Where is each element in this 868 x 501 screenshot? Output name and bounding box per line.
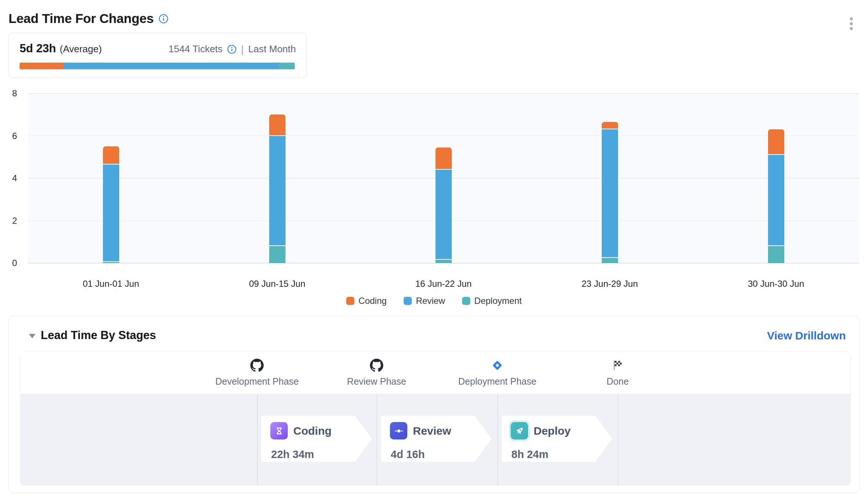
stage-card-title: Deploy [534, 425, 571, 437]
stage-card-value: 4d 16h [391, 448, 425, 461]
x-axis-label: 09 Jun-15 Jun [194, 279, 360, 289]
bar-segment-review[interactable] [602, 129, 618, 257]
average-lead-time-value: 5d 23h [20, 42, 56, 55]
bar-segment-coding[interactable] [435, 147, 452, 169]
lead-time-by-stages-panel: Lead Time By Stages View Drilldown Devel… [9, 316, 859, 493]
phase-deployment: Deployment Phase [449, 358, 545, 387]
stacked-bar-23 Jun-29 Jun[interactable] [602, 93, 618, 263]
stage-card-value: 8h 24m [511, 448, 548, 461]
stacked-bar-30 Jun-30 Jun[interactable] [768, 93, 784, 263]
column-divider [257, 394, 258, 485]
bar-segment-review[interactable] [103, 165, 119, 261]
x-axis-label: 01 Jun-01 Jun [28, 279, 194, 289]
page-title: Lead Time For Changes [9, 11, 154, 26]
stage-card-review[interactable]: Review 4d 16h [381, 416, 491, 462]
phase-label: Deployment Phase [449, 376, 545, 387]
summary-top-row: 5d 23h (Average) 1544 Tickets | Last Mon… [20, 42, 296, 55]
stacked-bar-16 Jun-22 Jun[interactable] [435, 93, 452, 263]
stage-card-value: 22h 34m [271, 448, 314, 461]
column-divider [618, 394, 618, 485]
bar-segment-review[interactable] [435, 170, 452, 259]
phase-label: Done [570, 376, 666, 387]
bar-band [28, 93, 194, 263]
checkered-flag-icon [570, 358, 666, 373]
legend-item-deployment[interactable]: Deployment [462, 296, 522, 306]
bar-band [360, 93, 527, 263]
legend-item-review[interactable]: Review [404, 296, 445, 306]
bar-segment-deployment[interactable] [435, 260, 452, 263]
bar-segment-coding[interactable] [768, 129, 784, 154]
lead-time-for-changes-page: Lead Time For Changes 5d 23h (Average) 1… [0, 0, 868, 501]
stacked-bar-01 Jun-01 Jun[interactable] [103, 93, 119, 263]
bar-segment-deployment[interactable] [269, 246, 286, 263]
column-divider [497, 394, 498, 485]
bar-segment-coding[interactable] [602, 122, 618, 129]
bar-segment-deployment[interactable] [602, 258, 618, 263]
bar-band [527, 93, 693, 263]
commit-icon [390, 422, 407, 439]
lead-time-chart: 01 Jun-01 Jun09 Jun-15 Jun16 Jun-22 Jun2… [0, 89, 868, 313]
stage-card-deploy[interactable]: Deploy 8h 24m [502, 416, 612, 462]
bar-segment-coding[interactable] [269, 115, 286, 135]
summary-distribution-bar [20, 63, 295, 69]
bar-segment-deployment[interactable] [103, 262, 119, 263]
phase-review: Review Phase [328, 358, 425, 387]
legend-swatch [462, 297, 470, 305]
x-axis-label: 16 Jun-22 Jun [360, 279, 527, 289]
phase-label: Review Phase [328, 376, 425, 387]
tickets-count: 1544 Tickets [168, 43, 223, 55]
phases-header-row: Development Phase Review Phase [20, 352, 850, 394]
period-label: Last Month [248, 43, 296, 55]
stages-table: Development Phase Review Phase [20, 352, 851, 485]
header: Lead Time For Changes [9, 11, 168, 26]
title-info-icon[interactable] [158, 14, 168, 24]
bar-segment-deployment[interactable] [768, 246, 784, 263]
bar-segment-coding[interactable] [103, 146, 119, 164]
summary-meta: 1544 Tickets | Last Month [168, 43, 296, 55]
stage-card-title: Review [413, 425, 451, 437]
rocket-icon [511, 422, 528, 439]
legend-swatch [404, 297, 412, 305]
phase-label: Development Phase [209, 376, 305, 387]
summary-bar-segment-review [64, 63, 279, 69]
bar-band [693, 93, 859, 263]
summary-card: 5d 23h (Average) 1544 Tickets | Last Mon… [9, 33, 307, 77]
legend-swatch [346, 297, 354, 305]
y-tick-label: 8 [0, 88, 17, 99]
github-icon [328, 358, 425, 373]
summary-bar-segment-coding [20, 63, 64, 69]
stage-card-title: Coding [293, 425, 331, 437]
legend-label: Review [416, 296, 445, 306]
x-axis: 01 Jun-01 Jun09 Jun-15 Jun16 Jun-22 Jun2… [28, 279, 859, 289]
phase-development: Development Phase [209, 358, 305, 387]
y-tick-label: 2 [0, 216, 17, 226]
legend-label: Coding [358, 296, 387, 306]
legend-label: Deployment [474, 296, 522, 306]
summary-bar-segment-deployment [279, 63, 295, 69]
jira-diamond-icon [449, 358, 545, 373]
hourglass-icon [270, 422, 288, 439]
bar-segment-review[interactable] [768, 155, 784, 245]
y-tick-label: 6 [0, 131, 17, 141]
legend-item-coding[interactable]: Coding [346, 296, 387, 306]
divider: | [241, 43, 244, 55]
plot-area [28, 93, 859, 263]
stacked-bar-09 Jun-15 Jun[interactable] [269, 93, 286, 263]
bar-segment-review[interactable] [269, 136, 286, 246]
x-axis-label: 23 Jun-29 Jun [527, 279, 693, 289]
column-divider [377, 394, 377, 485]
average-label: (Average) [60, 43, 102, 55]
y-tick-label: 4 [0, 173, 17, 183]
x-axis-label: 30 Jun-30 Jun [693, 279, 859, 289]
bar-band [194, 93, 360, 263]
y-tick-label: 0 [0, 258, 17, 268]
view-drilldown-link[interactable]: View Drilldown [767, 329, 846, 342]
collapse-arrow-icon[interactable] [29, 334, 36, 338]
stage-card-coding[interactable]: Coding 22h 34m [261, 416, 372, 462]
stages-body: Coding 22h 34m Review [20, 394, 850, 485]
stages-title: Lead Time By Stages [41, 329, 156, 342]
chart-legend: CodingReviewDeployment [0, 296, 868, 306]
kebab-menu-button[interactable] [846, 13, 857, 35]
phase-done: Done [570, 358, 666, 387]
tickets-info-icon[interactable] [227, 44, 237, 54]
